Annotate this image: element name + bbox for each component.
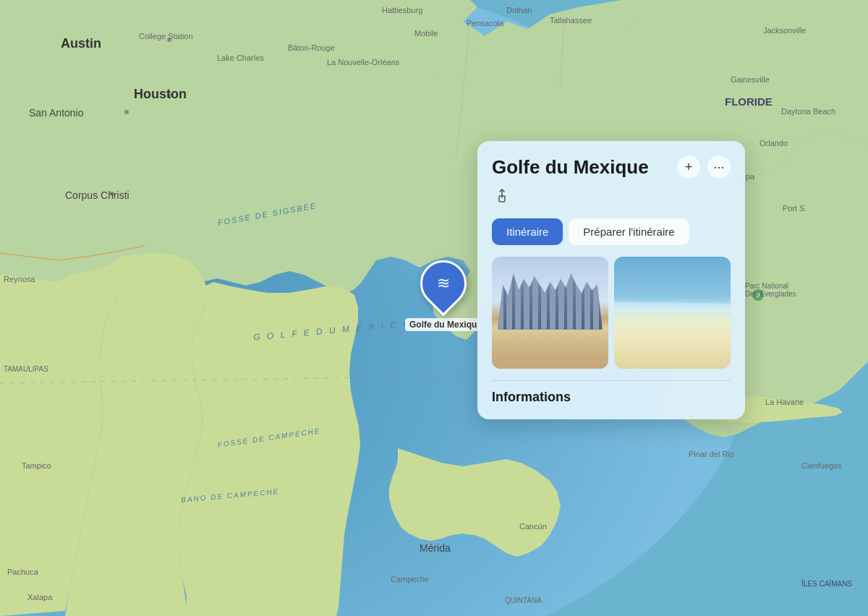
panel-title: Golfe du Mexique <box>492 156 649 179</box>
divider <box>492 380 731 381</box>
panel-header-actions: + ··· <box>677 155 731 179</box>
photo-city-bg <box>492 257 608 369</box>
marker-bubble: ≋ <box>410 251 476 317</box>
tab-itineraire[interactable]: Itinéraire <box>492 218 563 245</box>
photo-city[interactable] <box>492 257 608 369</box>
photo-beach[interactable] <box>614 257 731 369</box>
photo-beach-bg <box>614 257 731 369</box>
svg-point-6 <box>110 192 114 196</box>
map-container: P FOSSE DE SIGSBEE G O L F E D U M E X I… <box>0 0 868 616</box>
more-button[interactable]: ··· <box>707 155 731 179</box>
gulf-marker[interactable]: ≋ Golfe du Mexiqu <box>405 260 481 331</box>
svg-point-3 <box>167 38 171 42</box>
svg-text:P: P <box>756 292 760 299</box>
photos-grid <box>492 257 731 369</box>
panel-header: Golfe du Mexique + ··· <box>492 155 731 179</box>
add-button[interactable]: + <box>677 155 700 179</box>
tabs-row: Itinéraire Préparer l'itinéraire <box>492 218 731 245</box>
svg-point-4 <box>167 93 171 98</box>
share-button[interactable] <box>492 186 512 210</box>
marker-label: Golfe du Mexiqu <box>405 318 481 331</box>
share-icon <box>495 189 509 203</box>
svg-point-5 <box>124 110 129 114</box>
informations-title: Informations <box>492 390 731 405</box>
marker-icon: ≋ <box>437 274 450 293</box>
info-panel: Golfe du Mexique + ··· Itinéraire Prépar… <box>477 141 745 419</box>
tab-preparer[interactable]: Préparer l'itinéraire <box>569 218 689 245</box>
